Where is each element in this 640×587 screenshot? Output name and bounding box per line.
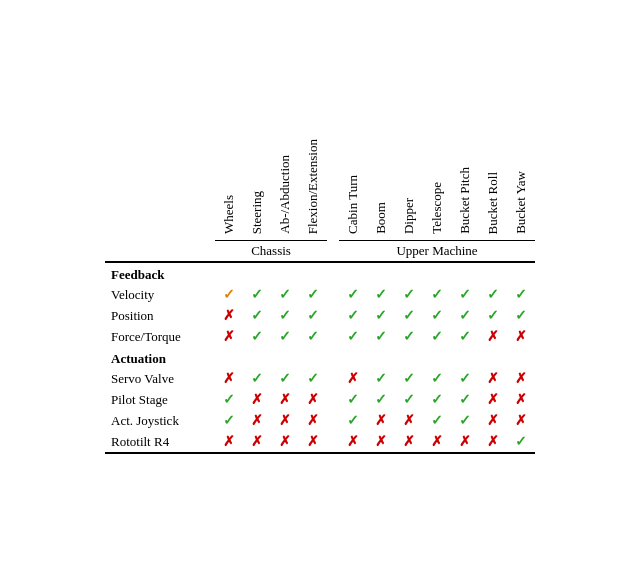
ft-bucket-yaw: ✗ xyxy=(507,326,535,347)
col-spacer xyxy=(327,133,339,241)
aj-bucket-roll: ✗ xyxy=(479,410,507,431)
force-torque-label: Force/Torque xyxy=(105,326,215,347)
group-chassis: Chassis xyxy=(215,241,327,263)
velocity-spacer xyxy=(327,284,339,305)
section-actuation: Actuation xyxy=(105,347,535,368)
col-header-bucket-roll: Bucket Roll xyxy=(479,133,507,241)
rr-cabin: ✗ xyxy=(339,431,367,453)
table-wrapper: Wheels Steering Ab-/Abduction Flexion/Ex… xyxy=(10,133,630,454)
sv-bucket-roll: ✗ xyxy=(479,368,507,389)
ps-dipper: ✓ xyxy=(395,389,423,410)
aj-spacer xyxy=(327,410,339,431)
col-header-bucket-yaw: Bucket Yaw xyxy=(507,133,535,241)
pilot-stage-label: Pilot Stage xyxy=(105,389,215,410)
ft-flex: ✓ xyxy=(299,326,327,347)
ps-spacer xyxy=(327,389,339,410)
velocity-wheels: ✓ xyxy=(215,284,243,305)
rototilt-label: Rototilt R4 xyxy=(105,431,215,453)
ft-bucket-roll: ✗ xyxy=(479,326,507,347)
velocity-bucket-yaw: ✓ xyxy=(507,284,535,305)
aj-steering: ✗ xyxy=(243,410,271,431)
position-flex: ✓ xyxy=(299,305,327,326)
position-label: Position xyxy=(105,305,215,326)
bottom-separator xyxy=(105,453,535,454)
ft-steering: ✓ xyxy=(243,326,271,347)
rr-ab: ✗ xyxy=(271,431,299,453)
position-wheels: ✗ xyxy=(215,305,243,326)
rr-flex: ✗ xyxy=(299,431,327,453)
rr-dipper: ✗ xyxy=(395,431,423,453)
velocity-boom: ✓ xyxy=(367,284,395,305)
col-header-cabin-turn: Cabin Turn xyxy=(339,133,367,241)
col-header-flexion-extension: Flexion/Extension xyxy=(299,133,327,241)
actuation-label: Actuation xyxy=(105,347,535,368)
velocity-telescope: ✓ xyxy=(423,284,451,305)
velocity-label: Velocity xyxy=(105,284,215,305)
main-table: Wheels Steering Ab-/Abduction Flexion/Ex… xyxy=(105,133,535,454)
rr-bucket-roll: ✗ xyxy=(479,431,507,453)
position-telescope: ✓ xyxy=(423,305,451,326)
col-header-bucket-pitch: Bucket Pitch xyxy=(451,133,479,241)
column-header-row: Wheels Steering Ab-/Abduction Flexion/Ex… xyxy=(105,133,535,241)
sv-bucket-yaw: ✗ xyxy=(507,368,535,389)
ps-steering: ✗ xyxy=(243,389,271,410)
aj-bucket-pitch: ✓ xyxy=(451,410,479,431)
ft-boom: ✓ xyxy=(367,326,395,347)
ps-telescope: ✓ xyxy=(423,389,451,410)
velocity-ab: ✓ xyxy=(271,284,299,305)
position-steering: ✓ xyxy=(243,305,271,326)
sv-dipper: ✓ xyxy=(395,368,423,389)
rr-wheels: ✗ xyxy=(215,431,243,453)
ps-bucket-yaw: ✗ xyxy=(507,389,535,410)
rr-bucket-pitch: ✗ xyxy=(451,431,479,453)
sv-wheels: ✗ xyxy=(215,368,243,389)
ft-ab: ✓ xyxy=(271,326,299,347)
servo-valve-label: Servo Valve xyxy=(105,368,215,389)
ft-telescope: ✓ xyxy=(423,326,451,347)
aj-cabin: ✓ xyxy=(339,410,367,431)
position-ab: ✓ xyxy=(271,305,299,326)
position-cabin: ✓ xyxy=(339,305,367,326)
rr-steering: ✗ xyxy=(243,431,271,453)
ft-cabin: ✓ xyxy=(339,326,367,347)
row-pilot-stage: Pilot Stage ✓ ✗ ✗ ✗ ✓ ✓ ✓ ✓ ✓ ✗ ✗ xyxy=(105,389,535,410)
group-empty xyxy=(105,241,215,263)
col-header-steering: Steering xyxy=(243,133,271,241)
group-spacer xyxy=(327,241,339,263)
empty-header xyxy=(105,133,215,241)
group-label-row: Chassis Upper Machine xyxy=(105,241,535,263)
ps-flex: ✗ xyxy=(299,389,327,410)
sv-steering: ✓ xyxy=(243,368,271,389)
sv-telescope: ✓ xyxy=(423,368,451,389)
ft-spacer xyxy=(327,326,339,347)
ft-wheels: ✗ xyxy=(215,326,243,347)
aj-bucket-yaw: ✗ xyxy=(507,410,535,431)
feedback-label: Feedback xyxy=(105,263,535,284)
row-force-torque: Force/Torque ✗ ✓ ✓ ✓ ✓ ✓ ✓ ✓ ✓ ✗ ✗ xyxy=(105,326,535,347)
position-spacer xyxy=(327,305,339,326)
velocity-cabin: ✓ xyxy=(339,284,367,305)
position-bucket-pitch: ✓ xyxy=(451,305,479,326)
ps-bucket-roll: ✗ xyxy=(479,389,507,410)
ps-boom: ✓ xyxy=(367,389,395,410)
velocity-flex: ✓ xyxy=(299,284,327,305)
row-servo-valve: Servo Valve ✗ ✓ ✓ ✓ ✗ ✓ ✓ ✓ ✓ ✗ ✗ xyxy=(105,368,535,389)
velocity-dipper: ✓ xyxy=(395,284,423,305)
sv-cabin: ✗ xyxy=(339,368,367,389)
velocity-bucket-pitch: ✓ xyxy=(451,284,479,305)
sv-flex: ✓ xyxy=(299,368,327,389)
ps-bucket-pitch: ✓ xyxy=(451,389,479,410)
rr-bucket-yaw: ✓ xyxy=(507,431,535,453)
col-header-dipper: Dipper xyxy=(395,133,423,241)
col-header-ab-abduction: Ab-/Abduction xyxy=(271,133,299,241)
ps-cabin: ✓ xyxy=(339,389,367,410)
aj-dipper: ✗ xyxy=(395,410,423,431)
rr-spacer xyxy=(327,431,339,453)
sv-ab: ✓ xyxy=(271,368,299,389)
row-act-joystick: Act. Joystick ✓ ✗ ✗ ✗ ✓ ✗ ✗ ✓ ✓ ✗ ✗ xyxy=(105,410,535,431)
aj-boom: ✗ xyxy=(367,410,395,431)
ft-dipper: ✓ xyxy=(395,326,423,347)
section-feedback: Feedback xyxy=(105,263,535,284)
sv-bucket-pitch: ✓ xyxy=(451,368,479,389)
ft-bucket-pitch: ✓ xyxy=(451,326,479,347)
